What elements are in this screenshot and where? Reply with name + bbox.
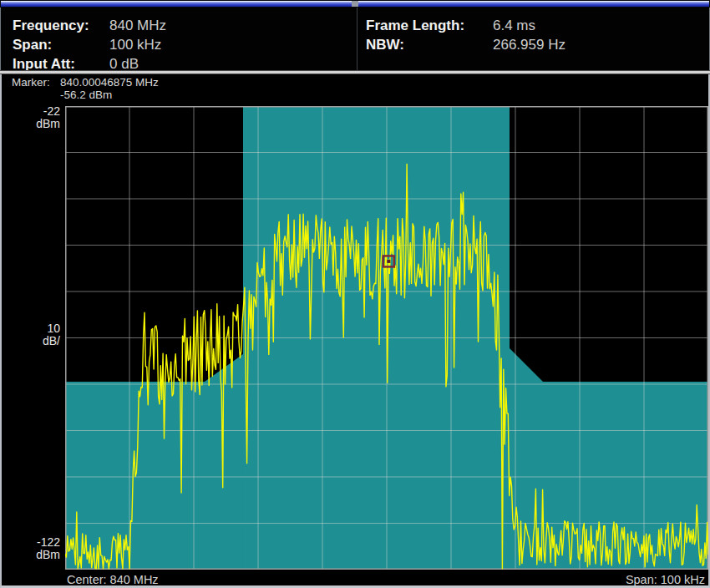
marker-readout: Marker: 840.00046875 MHz -56.2 dBm: [12, 76, 159, 101]
scale-value: 10: [2, 322, 60, 335]
ref-level-unit: dBm: [2, 118, 60, 130]
bottom-level-unit: dBm: [2, 549, 60, 561]
header-field-value: 100 kHz: [109, 37, 161, 53]
header-field-row: Frequency:840 MHz: [13, 16, 166, 35]
titlebar-right-segment: [358, 1, 709, 7]
marker-1-dot: [387, 260, 390, 263]
marker-frequency-value: 840.00046875 MHz: [60, 76, 159, 89]
header-field-label: Span:: [13, 37, 109, 53]
header-field-label: Frequency:: [13, 18, 109, 34]
header-field-label: Frame Length:: [366, 18, 493, 34]
header-field-value: 840 MHz: [109, 18, 166, 34]
titlebar-left-segment: [1, 1, 352, 7]
spectrum-plot-pane: Marker: 840.00046875 MHz -56.2 dBm -22 d…: [0, 74, 710, 588]
marker-amplitude-value: -56.2 dBm: [60, 89, 112, 101]
graticule-area: [65, 106, 708, 570]
analyzer-screen: Frequency:840 MHzSpan:100 kHzInput Att:0…: [0, 0, 710, 588]
spectrum-chart: [65, 106, 708, 570]
marker-readout-spacer: [12, 89, 60, 101]
bottom-level-value: -122: [2, 536, 60, 549]
y-axis-bottom-level-label: -122 dBm: [2, 536, 60, 561]
spectrum-mask-right-wedge: [510, 348, 543, 382]
ref-level-value: -22: [2, 105, 60, 118]
header-field-label: NBW:: [366, 37, 493, 53]
header-pane-divider: [357, 8, 358, 70]
scale-unit: dB/: [2, 335, 60, 347]
header-field-row: Span:100 kHz: [13, 35, 166, 54]
center-frequency-label: Center: 840 MHz: [67, 573, 159, 586]
titlebar-splitter-handle: [352, 1, 358, 7]
y-axis-scale-label: 10 dB/: [2, 322, 60, 347]
titlebar: [0, 0, 710, 8]
marker-readout-label: Marker:: [12, 76, 60, 89]
header-field-row: Frame Length:6.4 ms: [366, 16, 565, 35]
header-right-column: Frame Length:6.4 msNBW:266.959 Hz: [366, 16, 565, 54]
y-axis-ref-level-label: -22 dBm: [2, 105, 60, 130]
header-left-column: Frequency:840 MHzSpan:100 kHzInput Att:0…: [13, 16, 166, 74]
header-field-value: 6.4 ms: [493, 18, 535, 34]
span-label: Span: 100 kHz: [626, 573, 705, 586]
header-field-row: NBW:266.959 Hz: [366, 35, 565, 54]
header-field-value: 266.959 Hz: [493, 37, 565, 53]
settings-header: Frequency:840 MHzSpan:100 kHzInput Att:0…: [0, 8, 710, 70]
